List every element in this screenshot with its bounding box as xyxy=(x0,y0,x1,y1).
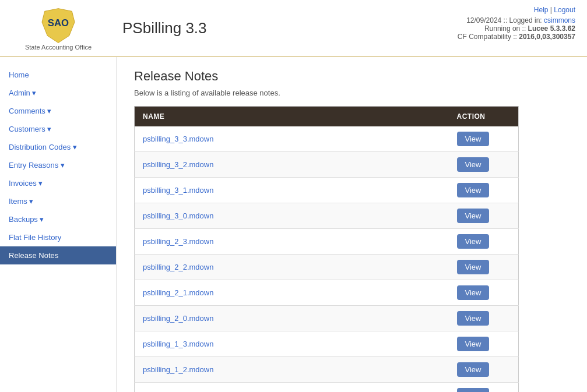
col-name-header: NAME xyxy=(135,107,449,127)
release-notes-table: NAME ACTION psbilling_3_3.mdownViewpsbil… xyxy=(134,106,519,392)
release-file-name: psbilling_2_2.mdown xyxy=(135,255,449,280)
action-cell: View xyxy=(449,331,519,357)
sidebar-item-flat-file-history[interactable]: Flat File History xyxy=(0,228,116,246)
release-file-name: psbilling_2_1.mdown xyxy=(135,280,449,306)
username-link[interactable]: csimmons xyxy=(544,16,575,24)
view-button[interactable]: View xyxy=(457,209,490,223)
table-row: psbilling_2_1.mdownView xyxy=(135,280,519,306)
help-link[interactable]: Help xyxy=(534,6,549,14)
sidebar-item-customers[interactable]: Customers ▾ xyxy=(0,120,116,138)
table-row: psbilling_2_2.mdownView xyxy=(135,255,519,280)
sidebar-item-admin[interactable]: Admin ▾ xyxy=(0,84,116,102)
top-right-info: Help | Logout 12/09/2024 :: Logged in: c… xyxy=(458,6,575,41)
release-file-name: psbilling_2_3.mdown xyxy=(135,229,449,255)
release-file-name: psbilling_3_2.mdown xyxy=(135,152,449,178)
sao-logo: SAO xyxy=(32,6,85,47)
layout: Home Admin ▾ Comments ▾ Customers ▾ Dist… xyxy=(0,57,587,392)
action-cell: View xyxy=(449,178,519,203)
date-display: 12/09/2024 xyxy=(466,16,501,24)
action-cell: View xyxy=(449,203,519,229)
release-file-name: psbilling_1_2.mdown xyxy=(135,357,449,383)
action-cell: View xyxy=(449,357,519,383)
action-cell: View xyxy=(449,306,519,331)
action-cell: View xyxy=(449,383,519,393)
view-button[interactable]: View xyxy=(457,132,490,146)
app-title: PSbilling 3.3 xyxy=(122,19,207,37)
view-button[interactable]: View xyxy=(457,157,490,172)
view-button[interactable]: View xyxy=(457,285,490,300)
table-row: psbilling_1_3.mdownView xyxy=(135,331,519,357)
header: SAO State Accounting Office PSbilling 3.… xyxy=(0,0,587,57)
page-subtext: Below is a listing of available release … xyxy=(134,89,570,97)
view-button[interactable]: View xyxy=(457,388,490,392)
logout-link[interactable]: Logout xyxy=(554,6,575,14)
view-button[interactable]: View xyxy=(457,234,490,249)
view-button[interactable]: View xyxy=(457,362,490,377)
action-cell: View xyxy=(449,152,519,178)
sidebar-item-entry-reasons[interactable]: Entry Reasons ▾ xyxy=(0,156,116,174)
table-row: psbilling_3_3.mdownView xyxy=(135,126,519,152)
table-row: psbilling_3_1.mdownView xyxy=(135,178,519,203)
table-row: psbilling_1_1.mdownView xyxy=(135,383,519,393)
logged-in-label: :: Logged in: xyxy=(504,16,544,24)
view-button[interactable]: View xyxy=(457,337,490,351)
view-button[interactable]: View xyxy=(457,260,490,274)
release-file-name: psbilling_3_1.mdown xyxy=(135,178,449,203)
table-header-row: NAME ACTION xyxy=(135,107,519,127)
sidebar-item-distribution-codes[interactable]: Distribution Codes ▾ xyxy=(0,138,116,156)
view-button[interactable]: View xyxy=(457,311,490,326)
logo-area: SAO State Accounting Office xyxy=(12,6,105,51)
table-row: psbilling_3_0.mdownView xyxy=(135,203,519,229)
main-content: Release Notes Below is a listing of avai… xyxy=(117,57,587,392)
sidebar: Home Admin ▾ Comments ▾ Customers ▾ Dist… xyxy=(0,57,117,392)
cf-value: 2016,0,03,300357 xyxy=(519,33,575,41)
col-action-header: ACTION xyxy=(449,107,519,127)
action-cell: View xyxy=(449,280,519,306)
sidebar-item-items[interactable]: Items ▾ xyxy=(0,192,116,210)
svg-text:SAO: SAO xyxy=(48,17,69,29)
running-label: Running on :: xyxy=(484,24,526,33)
view-button[interactable]: View xyxy=(457,183,490,197)
sidebar-item-backups[interactable]: Backups ▾ xyxy=(0,210,116,228)
release-file-name: psbilling_1_3.mdown xyxy=(135,331,449,357)
action-cell: View xyxy=(449,255,519,280)
sidebar-item-invoices[interactable]: Invoices ▾ xyxy=(0,174,116,192)
sidebar-item-home[interactable]: Home xyxy=(0,66,116,84)
table-row: psbilling_2_0.mdownView xyxy=(135,306,519,331)
logo-subtitle: State Accounting Office xyxy=(25,44,92,51)
release-file-name: psbilling_1_1.mdown xyxy=(135,383,449,393)
cf-label: CF Compatability :: xyxy=(458,33,517,41)
action-cell: View xyxy=(449,126,519,152)
sidebar-item-comments[interactable]: Comments ▾ xyxy=(0,102,116,120)
table-row: psbilling_2_3.mdownView xyxy=(135,229,519,255)
table-row: psbilling_3_2.mdownView xyxy=(135,152,519,178)
release-file-name: psbilling_3_3.mdown xyxy=(135,126,449,152)
release-file-name: psbilling_2_0.mdown xyxy=(135,306,449,331)
release-file-name: psbilling_3_0.mdown xyxy=(135,203,449,229)
sidebar-item-release-notes[interactable]: Release Notes xyxy=(0,246,116,264)
page-title: Release Notes xyxy=(134,69,570,84)
running-value: Lucee 5.3.3.62 xyxy=(528,24,575,33)
table-body: psbilling_3_3.mdownViewpsbilling_3_2.mdo… xyxy=(135,126,519,392)
action-cell: View xyxy=(449,229,519,255)
table-row: psbilling_1_2.mdownView xyxy=(135,357,519,383)
